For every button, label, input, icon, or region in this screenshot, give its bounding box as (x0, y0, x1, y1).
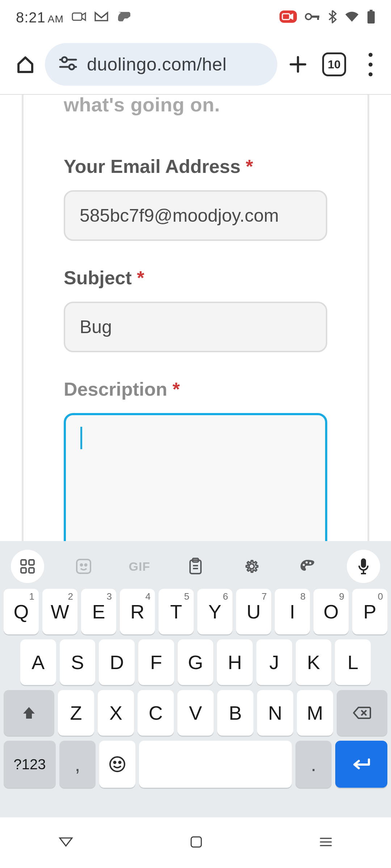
keyboard-row-bottom: ?123 , . (0, 741, 391, 788)
svg-point-19 (80, 564, 82, 566)
svg-point-27 (309, 562, 311, 564)
camera-status-icon (72, 12, 86, 23)
comma-key[interactable]: , (59, 741, 96, 788)
backspace-key[interactable] (337, 690, 387, 736)
email-field[interactable]: 585bc7f9@moodjoy.com (64, 190, 327, 241)
gif-button[interactable]: GIF (123, 550, 156, 583)
help-form: what's going on. Your Email Address * 58… (64, 95, 327, 613)
key-o[interactable]: O9 (314, 589, 349, 634)
svg-point-36 (119, 762, 121, 763)
svg-rect-6 (370, 10, 373, 11)
browser-toolbar: duolingo.com/hel 10 (0, 35, 391, 95)
key-m[interactable]: M (297, 690, 333, 736)
subject-label: Subject * (64, 267, 327, 289)
key-w[interactable]: W2 (42, 589, 77, 634)
key-c[interactable]: C (138, 690, 174, 736)
svg-rect-17 (29, 568, 34, 573)
key-h[interactable]: H (217, 639, 253, 685)
svg-rect-0 (72, 13, 82, 20)
mic-icon[interactable] (347, 550, 380, 583)
keyboard-apps-icon[interactable] (11, 550, 44, 583)
text-cursor (80, 427, 82, 449)
svg-point-25 (303, 564, 305, 566)
description-field[interactable] (64, 413, 327, 553)
keyboard-row-1: Q1W2E3R4T5Y6U7I8O9P0 (4, 589, 387, 634)
keyboard-toolbar: GIF (0, 546, 391, 587)
keyboard-row-3: ZXCVBNM (4, 690, 387, 736)
shift-key[interactable] (4, 690, 54, 736)
svg-point-10 (62, 57, 67, 62)
key-x[interactable]: X (98, 690, 134, 736)
key-u[interactable]: U7 (236, 589, 271, 634)
url-text: duolingo.com/hel (87, 54, 227, 75)
home-button[interactable] (11, 50, 40, 79)
svg-point-35 (114, 762, 116, 763)
screen-record-icon (279, 10, 297, 24)
key-b[interactable]: B (217, 690, 253, 736)
svg-rect-5 (317, 16, 319, 20)
svg-rect-18 (77, 559, 91, 573)
numeric-key[interactable]: ?123 (4, 741, 56, 788)
key-t[interactable]: T5 (159, 589, 194, 634)
svg-rect-7 (367, 11, 375, 24)
key-z[interactable]: Z (58, 690, 94, 736)
tabs-button[interactable]: 10 (319, 49, 350, 80)
key-g[interactable]: G (178, 639, 214, 685)
key-j[interactable]: J (256, 639, 292, 685)
key-n[interactable]: N (257, 690, 293, 736)
soft-keyboard: GIF Q1W2E3R4T5Y6U7I8O9P0 ASDFGHJKL ZXCVB… (0, 541, 391, 817)
clipboard-icon[interactable] (179, 550, 212, 583)
key-l[interactable]: L (335, 639, 371, 685)
description-label: Description * (64, 378, 327, 400)
svg-point-34 (110, 757, 125, 771)
bluetooth-icon (328, 10, 337, 25)
email-label: Your Email Address * (64, 156, 327, 177)
space-key[interactable] (139, 741, 292, 788)
key-k[interactable]: K (296, 639, 332, 685)
key-s[interactable]: S (60, 639, 96, 685)
key-i[interactable]: I8 (275, 589, 310, 634)
svg-point-26 (306, 561, 308, 563)
key-a[interactable]: A (20, 639, 56, 685)
new-tab-button[interactable] (282, 49, 314, 80)
key-q[interactable]: Q1 (4, 589, 39, 634)
svg-point-3 (306, 14, 311, 20)
sticker-icon[interactable] (67, 550, 100, 583)
emoji-key[interactable] (99, 741, 135, 788)
browser-menu-button[interactable] (355, 49, 386, 80)
settings-icon[interactable] (235, 550, 268, 583)
status-bar: 8:21AM (0, 0, 391, 35)
vpn-key-icon (305, 12, 320, 22)
svg-point-11 (69, 64, 74, 69)
nav-back-icon[interactable] (58, 837, 73, 849)
svg-rect-14 (21, 560, 26, 565)
period-key[interactable]: . (295, 741, 332, 788)
intro-fragment: what's going on. (64, 93, 327, 116)
key-p[interactable]: P0 (352, 589, 387, 634)
tab-count: 10 (328, 58, 341, 71)
key-r[interactable]: R4 (120, 589, 155, 634)
battery-icon (367, 10, 375, 25)
enter-key[interactable] (335, 741, 387, 788)
system-nav-bar (0, 817, 391, 868)
nav-home-icon[interactable] (190, 836, 202, 850)
site-settings-icon (59, 54, 77, 75)
key-y[interactable]: Y6 (197, 589, 232, 634)
wifi-icon (345, 11, 359, 24)
key-e[interactable]: E3 (81, 589, 116, 634)
svg-rect-37 (191, 837, 201, 847)
cast-status-icon (117, 11, 131, 24)
svg-rect-16 (21, 568, 26, 573)
svg-rect-15 (29, 560, 34, 565)
svg-rect-29 (361, 558, 366, 568)
svg-point-28 (311, 565, 313, 567)
key-v[interactable]: V (177, 690, 214, 736)
key-d[interactable]: D (99, 639, 135, 685)
theme-icon[interactable] (291, 550, 324, 583)
subject-field[interactable]: Bug (64, 302, 327, 352)
gmail-status-icon (94, 11, 109, 24)
nav-recents-icon[interactable] (319, 837, 333, 849)
address-bar[interactable]: duolingo.com/hel (45, 43, 277, 86)
key-f[interactable]: F (138, 639, 174, 685)
status-time: 8:21AM (16, 9, 64, 26)
